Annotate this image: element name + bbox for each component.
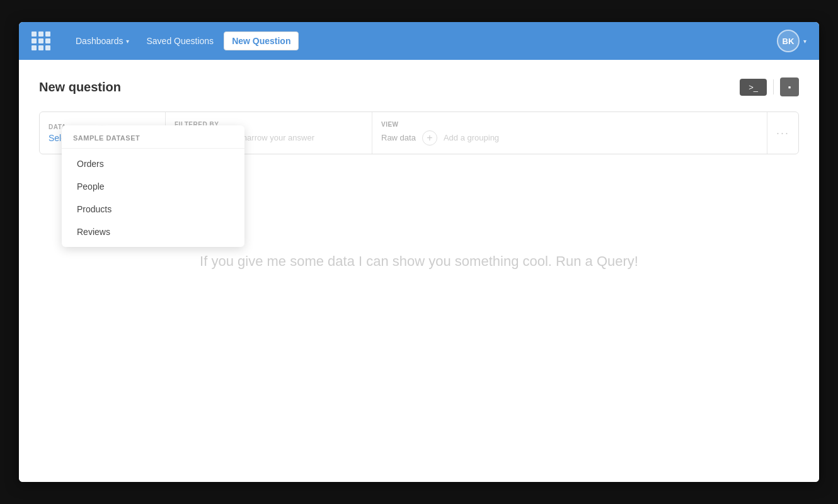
empty-state-message: If you give me some data I can show you … <box>200 252 638 272</box>
dashboards-chevron-icon: ▾ <box>126 38 129 45</box>
user-chevron-icon: ▾ <box>803 38 806 45</box>
add-grouping-icon: + <box>427 132 432 144</box>
grouping-placeholder: Add a grouping <box>444 133 499 142</box>
top-nav: Dashboards ▾ Saved Questions New Questio… <box>19 22 819 60</box>
page-title: New question <box>39 80 121 94</box>
header-actions: >_ ▪ <box>740 77 799 96</box>
nav-dashboards[interactable]: Dashboards ▾ <box>68 32 137 50</box>
avatar: BK <box>777 30 800 52</box>
view-section-label: VIEW <box>381 121 758 128</box>
dropdown-item-people[interactable]: People <box>62 175 244 198</box>
table-dropdown: Sample Dataset Orders People Products Re… <box>62 125 244 247</box>
divider <box>773 79 774 94</box>
nav-saved-questions[interactable]: Saved Questions <box>139 32 222 50</box>
dropdown-item-orders[interactable]: Orders <box>62 152 244 175</box>
page-header: New question >_ ▪ <box>39 77 799 96</box>
notebook-icon: ▪ <box>788 83 791 92</box>
user-menu[interactable]: BK ▾ <box>777 30 806 52</box>
raw-data-label: Raw data <box>381 133 416 142</box>
dropdown-item-products[interactable]: Products <box>62 198 244 220</box>
dropdown-items: Orders People Products Reviews <box>62 149 244 247</box>
query-options-button[interactable]: ··· <box>767 112 798 154</box>
view-section: VIEW Raw data + Add a grouping <box>372 112 767 154</box>
main-content: New question >_ ▪ DATA Select a table <box>19 60 819 482</box>
terminal-icon: >_ <box>749 83 758 92</box>
app-logo[interactable] <box>32 32 50 50</box>
add-grouping-button[interactable]: + <box>422 130 437 146</box>
notebook-button[interactable]: ▪ <box>780 77 799 96</box>
terminal-button[interactable]: >_ <box>740 79 767 96</box>
dropdown-header: Sample Dataset <box>62 125 244 149</box>
dropdown-item-reviews[interactable]: Reviews <box>62 220 244 243</box>
nav-new-question[interactable]: New Question <box>224 32 299 50</box>
